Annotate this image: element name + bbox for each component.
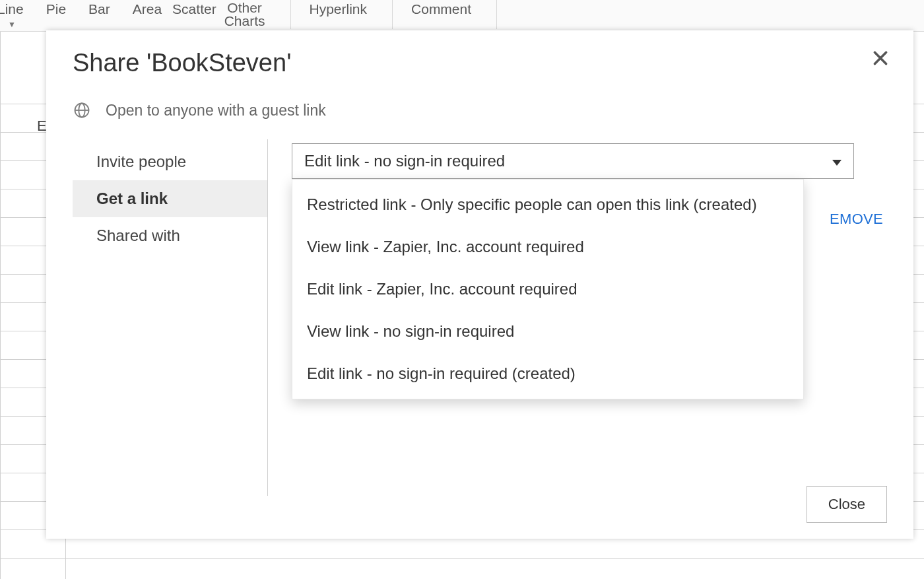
dropdown-selected-label: Edit link - no sign-in required	[304, 152, 505, 170]
dropdown-option[interactable]: View link - no sign-in required	[292, 310, 803, 353]
dialog-title: Share 'BookSteven'	[73, 49, 887, 77]
ribbon-item-area[interactable]: Area	[133, 1, 162, 17]
link-type-dropdown[interactable]: Edit link - no sign-in required	[292, 143, 854, 179]
ribbon: Line ▼ Pie Bar Area Scatter OtherCharts …	[0, 0, 924, 32]
close-icon[interactable]	[869, 46, 892, 70]
chevron-down-icon: ▼	[8, 20, 16, 29]
ribbon-label: Line	[0, 1, 24, 17]
column-header-e[interactable]: E	[37, 118, 47, 135]
ribbon-divider	[496, 0, 497, 29]
link-type-dropdown-list: Restricted link - Only specific people c…	[292, 179, 804, 399]
share-main-panel: Edit link - no sign-in required EMOVE Re…	[268, 139, 887, 496]
ribbon-divider	[290, 0, 291, 29]
access-info-text: Open to anyone with a guest link	[106, 102, 326, 119]
remove-link-label[interactable]: EMOVE	[830, 211, 883, 228]
ribbon-item-line[interactable]: Line ▼	[0, 1, 24, 29]
ribbon-item-other-charts[interactable]: OtherCharts	[224, 1, 265, 28]
ribbon-item-scatter[interactable]: Scatter	[172, 1, 216, 17]
ribbon-item-pie[interactable]: Pie	[46, 1, 66, 17]
svg-marker-5	[832, 160, 842, 166]
ribbon-item-hyperlink[interactable]: Hyperlink	[310, 1, 368, 17]
dropdown-option[interactable]: View link - Zapier, Inc. account require…	[292, 226, 803, 268]
dropdown-option[interactable]: Restricted link - Only specific people c…	[292, 184, 803, 226]
ribbon-item-bar[interactable]: Bar	[88, 1, 110, 17]
share-dialog: Share 'BookSteven' Open to anyone with a…	[46, 30, 913, 539]
access-info-row: Open to anyone with a guest link	[73, 101, 887, 119]
sidenav-item-invite[interactable]: Invite people	[73, 143, 267, 180]
sidenav-item-shared-with[interactable]: Shared with	[73, 217, 267, 254]
ribbon-item-comment[interactable]: Comment	[411, 1, 471, 17]
globe-icon	[73, 101, 91, 119]
ribbon-divider	[392, 0, 393, 29]
dropdown-option[interactable]: Edit link - no sign-in required (created…	[292, 353, 803, 395]
close-button[interactable]: Close	[807, 486, 887, 523]
sidenav-item-get-link[interactable]: Get a link	[73, 180, 267, 217]
chevron-down-icon	[832, 152, 842, 170]
dropdown-option[interactable]: Edit link - Zapier, Inc. account require…	[292, 268, 803, 310]
share-sidenav: Invite people Get a link Shared with	[73, 139, 268, 496]
